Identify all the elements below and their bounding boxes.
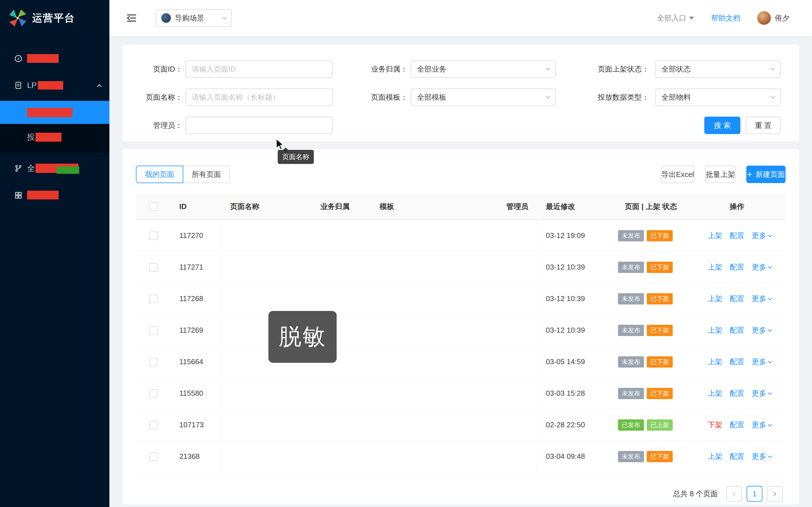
search-button[interactable]: 搜 索 bbox=[704, 117, 741, 134]
select-all-checkbox[interactable] bbox=[149, 202, 158, 211]
page-id-label: 页面ID： bbox=[122, 60, 183, 78]
pagination-page-1[interactable]: 1 bbox=[747, 486, 762, 502]
data-type-select[interactable]: 全部物料 bbox=[655, 89, 781, 106]
cell-modified: 03-12 10:39 bbox=[537, 251, 616, 283]
row-checkbox[interactable] bbox=[149, 326, 158, 335]
column-header: 模板 bbox=[370, 193, 497, 219]
config-link[interactable]: 配置 bbox=[730, 231, 744, 240]
more-link[interactable]: 更多 bbox=[752, 357, 771, 367]
reset-button[interactable]: 重 置 bbox=[746, 117, 781, 134]
row-checkbox[interactable] bbox=[149, 358, 158, 366]
page-status-tag: 未发布 bbox=[618, 451, 644, 462]
sidebar-item-material[interactable] bbox=[0, 182, 109, 209]
cell-modified: 02-28 22:50 bbox=[537, 409, 616, 441]
redaction-block bbox=[27, 108, 72, 117]
cell-modified: 03-03 15:28 bbox=[537, 378, 616, 409]
data-type-label: 投放数据类型： bbox=[562, 89, 649, 106]
shelf-status-tag: 已下架 bbox=[647, 451, 673, 462]
row-checkbox[interactable] bbox=[149, 452, 158, 461]
shelf-action-link[interactable]: 上架 bbox=[708, 294, 722, 304]
more-link[interactable]: 更多 bbox=[752, 420, 771, 430]
menu-fold-icon[interactable] bbox=[125, 12, 138, 24]
sidebar-subitem-selected[interactable] bbox=[0, 101, 109, 124]
sidebar-item-lp[interactable]: LP bbox=[0, 72, 109, 99]
shelf-action-link[interactable]: 上架 bbox=[708, 452, 722, 461]
template-select[interactable]: 全部模板 bbox=[411, 89, 556, 106]
row-checkbox[interactable] bbox=[149, 295, 158, 303]
cell-page-name bbox=[221, 441, 311, 472]
column-header: 页面名称 bbox=[221, 193, 311, 219]
config-link[interactable]: 配置 bbox=[730, 420, 744, 430]
file-icon bbox=[14, 81, 22, 90]
more-link[interactable]: 更多 bbox=[752, 452, 771, 461]
admin-label: 管理员： bbox=[122, 117, 183, 134]
cell-admin bbox=[497, 283, 537, 314]
plus-icon: + bbox=[747, 170, 752, 179]
config-link[interactable]: 配置 bbox=[730, 325, 744, 335]
chevron-up-icon bbox=[97, 84, 102, 89]
cell-template bbox=[370, 378, 497, 409]
table-row: 11726803-12 10:39未发布已下架上架配置更多 bbox=[136, 283, 785, 315]
cell-id: 115580 bbox=[170, 378, 221, 409]
cell-id: 107173 bbox=[170, 409, 221, 441]
shelf-action-link[interactable]: 下架 bbox=[708, 420, 722, 430]
more-link[interactable]: 更多 bbox=[752, 262, 771, 272]
config-link[interactable]: 配置 bbox=[730, 388, 744, 398]
table-body: 11727003-12 19:09未发布已下架上架配置更多11727103-12… bbox=[136, 220, 785, 472]
create-page-button[interactable]: + 新建页面 bbox=[746, 166, 785, 183]
tab-all-pages[interactable]: 所有页面 bbox=[183, 166, 230, 183]
biz-label: 业务归属： bbox=[337, 60, 408, 78]
redaction-block bbox=[27, 54, 59, 63]
shelf-action-link[interactable]: 上架 bbox=[708, 388, 722, 398]
cell-biz bbox=[311, 409, 370, 441]
sidebar-subitem-delivery[interactable]: 投 bbox=[0, 124, 109, 151]
pagination-next-button[interactable] bbox=[767, 486, 783, 502]
page-status-tag: 未发布 bbox=[618, 230, 644, 241]
page-name-input[interactable] bbox=[186, 89, 333, 106]
config-link[interactable]: 配置 bbox=[730, 357, 744, 367]
tab-my-pages[interactable]: 我的页面 bbox=[136, 166, 183, 183]
column-header: 页面 | 上架 状态 bbox=[616, 193, 700, 219]
cell-admin bbox=[497, 378, 537, 409]
pagination-total: 总共 8 个页面 bbox=[673, 489, 718, 499]
row-checkbox[interactable] bbox=[149, 421, 158, 429]
row-checkbox[interactable] bbox=[149, 389, 158, 398]
config-link[interactable]: 配置 bbox=[730, 452, 744, 461]
shelf-action-link[interactable]: 上架 bbox=[708, 325, 722, 335]
more-link[interactable]: 更多 bbox=[752, 388, 771, 398]
export-excel-button[interactable]: 导出Excel bbox=[661, 166, 695, 183]
page-id-input[interactable] bbox=[186, 60, 333, 78]
page-name-tooltip: 页面名称 bbox=[278, 150, 314, 164]
top-header: 导购场景 全部入口 帮助文档 侑夕 bbox=[109, 0, 812, 36]
shelf-action-link[interactable]: 上架 bbox=[708, 231, 722, 240]
batch-shelf-button[interactable]: 批量上架 bbox=[705, 166, 735, 183]
sidebar-item-channel[interactable] bbox=[0, 45, 109, 72]
redaction-block bbox=[27, 191, 59, 200]
entry-dropdown[interactable]: 全部入口 bbox=[657, 13, 694, 23]
shelf-action-link[interactable]: 上架 bbox=[708, 262, 722, 272]
pinwheel-logo-icon bbox=[8, 9, 27, 27]
scene-select[interactable]: 导购场景 bbox=[156, 9, 232, 27]
row-checkbox[interactable] bbox=[149, 231, 158, 240]
shelf-status-tag: 已下架 bbox=[647, 325, 673, 336]
cell-modified: 03-12 19:09 bbox=[537, 220, 616, 251]
more-link[interactable]: 更多 bbox=[752, 325, 771, 335]
help-doc-link[interactable]: 帮助文档 bbox=[711, 13, 741, 23]
admin-input[interactable] bbox=[186, 117, 333, 134]
pagination-prev-button[interactable] bbox=[726, 486, 742, 502]
user-chip[interactable]: 侑夕 bbox=[757, 11, 790, 25]
shelf-action-link[interactable]: 上架 bbox=[708, 357, 722, 367]
column-header: 管理员 bbox=[497, 193, 537, 219]
more-link[interactable]: 更多 bbox=[752, 231, 771, 240]
template-label: 页面模板： bbox=[337, 89, 408, 106]
cell-id: 117270 bbox=[170, 220, 221, 251]
config-link[interactable]: 配置 bbox=[730, 294, 744, 304]
biz-select[interactable]: 全部业务 bbox=[411, 60, 556, 78]
config-link[interactable]: 配置 bbox=[730, 262, 744, 272]
shelf-state-select[interactable]: 全部状态 bbox=[655, 60, 781, 78]
more-link[interactable]: 更多 bbox=[752, 294, 771, 304]
cell-template bbox=[370, 315, 497, 346]
sidebar-item-flow[interactable]: 全 bbox=[0, 155, 109, 182]
row-checkbox[interactable] bbox=[149, 263, 158, 272]
page-status-tag: 已发布 bbox=[618, 419, 644, 431]
